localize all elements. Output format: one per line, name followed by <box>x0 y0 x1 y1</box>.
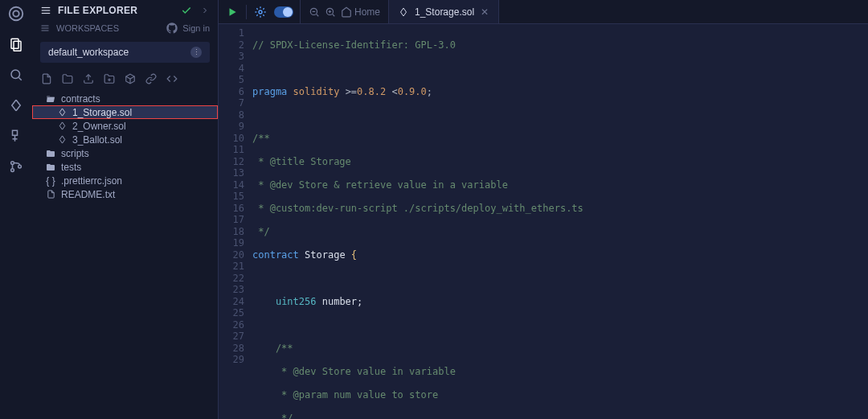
file-explorer-icon[interactable] <box>7 35 25 53</box>
svg-line-27 <box>256 14 257 15</box>
file-label: 1_Storage.sol <box>72 107 132 118</box>
menu-icon[interactable] <box>40 5 51 16</box>
folder-contracts[interactable]: contracts <box>32 92 218 105</box>
workspaces-label: WORKSPACES <box>56 23 119 33</box>
code-editor[interactable]: 1234567891011121314151617181920212223242… <box>219 24 868 419</box>
file-readme[interactable]: README.txt <box>32 187 218 201</box>
folder-label: tests <box>61 162 81 173</box>
close-icon[interactable]: ✕ <box>481 6 489 18</box>
workspace-name: default_workspace <box>48 47 129 58</box>
activity-bar <box>0 0 32 419</box>
file-label: 3_Ballot.sol <box>72 134 122 146</box>
sidebar-header: FILE EXPLORER <box>32 0 218 19</box>
folder-open-icon <box>45 94 56 104</box>
check-icon[interactable] <box>181 5 192 16</box>
workspace-select[interactable]: default_workspace ⋮ <box>40 42 210 63</box>
code-content[interactable]: // SPDX-License-Identifier: GPL-3.0 prag… <box>252 27 868 419</box>
zoom-out-icon[interactable] <box>309 6 320 18</box>
menu-icon[interactable] <box>40 23 50 33</box>
svg-line-5 <box>18 77 21 80</box>
svg-line-23 <box>256 8 257 9</box>
folder-label: contracts <box>61 93 100 105</box>
upload-icon[interactable] <box>82 72 95 85</box>
debug-icon[interactable] <box>253 5 268 19</box>
file-toolbar <box>32 69 218 90</box>
tab-1-storage[interactable]: 1_Storage.sol ✕ <box>389 0 499 23</box>
svg-point-1 <box>13 10 18 16</box>
folder-tests[interactable]: tests <box>32 160 218 174</box>
svg-point-8 <box>18 165 22 168</box>
svg-marker-19 <box>230 8 236 15</box>
file-prettierrc[interactable]: { } .prettierrc.json <box>32 174 218 187</box>
home-label: Home <box>354 6 380 18</box>
file-label: README.txt <box>61 189 115 200</box>
home-tab[interactable]: Home <box>341 6 380 18</box>
workspace-options-icon[interactable]: ⋮ <box>190 47 202 58</box>
line-gutter: 1234567891011121314151617181920212223242… <box>219 27 252 419</box>
upload-folder-icon[interactable] <box>103 72 116 85</box>
file-label: 2_Owner.sol <box>72 121 126 132</box>
svg-point-20 <box>259 10 262 14</box>
compiler-icon[interactable] <box>7 97 25 114</box>
tabbar: Home 1_Storage.sol ✕ <box>219 0 868 24</box>
svg-line-30 <box>317 14 319 16</box>
signin-label: Sign in <box>182 23 210 33</box>
svg-point-6 <box>11 162 14 165</box>
git-icon[interactable] <box>7 158 25 175</box>
run-controls <box>219 0 301 23</box>
svg-line-33 <box>333 14 335 16</box>
file-2-owner[interactable]: 2_Owner.sol <box>32 119 218 133</box>
play-icon[interactable] <box>225 5 240 19</box>
workspaces-row: WORKSPACES Sign in <box>32 19 218 37</box>
file-label: .prettierrc.json <box>61 175 122 187</box>
code-icon[interactable] <box>166 72 178 85</box>
sidebar: FILE EXPLORER WORKSPACES Sign in default… <box>32 0 219 419</box>
solidity-file-icon <box>56 108 68 117</box>
text-file-icon <box>45 190 56 199</box>
editor-area: Home 1_Storage.sol ✕ 1234567891011121314… <box>219 0 868 419</box>
toggle-switch[interactable] <box>274 6 293 18</box>
folder-icon <box>45 162 56 172</box>
tab-label: 1_Storage.sol <box>415 6 474 18</box>
chevron-right-icon[interactable] <box>200 6 210 15</box>
new-folder-icon[interactable] <box>61 72 74 85</box>
zoom-home: Home <box>301 0 389 23</box>
file-1-storage[interactable]: 1_Storage.sol <box>32 105 218 119</box>
folder-label: scripts <box>61 148 89 159</box>
svg-rect-3 <box>14 41 21 51</box>
github-icon <box>166 23 178 34</box>
svg-rect-2 <box>11 39 18 48</box>
svg-point-4 <box>11 70 20 79</box>
folder-scripts[interactable]: scripts <box>32 146 218 160</box>
folder-icon <box>45 149 56 158</box>
link-icon[interactable] <box>145 72 158 85</box>
solidity-file-icon <box>56 121 68 130</box>
svg-line-24 <box>263 14 264 15</box>
signin-button[interactable]: Sign in <box>166 23 210 34</box>
svg-point-7 <box>11 169 14 172</box>
search-icon[interactable] <box>7 66 25 84</box>
zoom-in-icon[interactable] <box>325 6 336 18</box>
solidity-file-icon <box>56 135 68 144</box>
sidebar-title: FILE EXPLORER <box>58 5 137 16</box>
svg-point-0 <box>10 7 23 21</box>
deploy-icon[interactable] <box>7 127 25 145</box>
file-tree: contracts 1_Storage.sol 2_Owner.sol 3_Ba… <box>32 90 218 203</box>
remix-logo-icon[interactable] <box>7 5 25 23</box>
new-file-icon[interactable] <box>40 72 53 85</box>
file-3-ballot[interactable]: 3_Ballot.sol <box>32 133 218 146</box>
cube-icon[interactable] <box>124 72 137 85</box>
solidity-file-icon <box>399 7 408 17</box>
json-file-icon: { } <box>45 175 56 187</box>
svg-line-28 <box>263 8 264 9</box>
